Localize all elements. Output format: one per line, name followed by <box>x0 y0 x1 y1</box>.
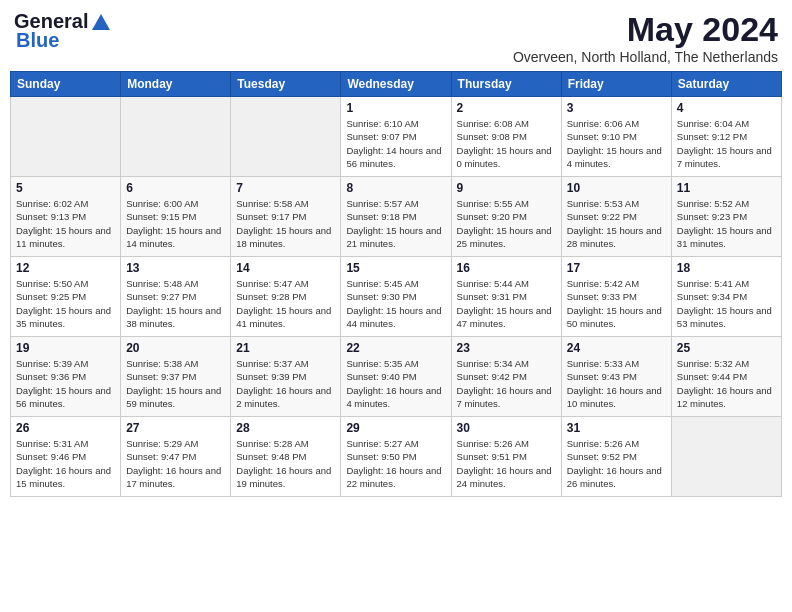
header-friday: Friday <box>561 72 671 97</box>
sunset-line: Sunset: 9:20 PM <box>457 210 556 223</box>
sunrise-line: Sunrise: 5:31 AM <box>16 437 115 450</box>
table-row: 30Sunrise: 5:26 AMSunset: 9:51 PMDayligh… <box>451 417 561 497</box>
table-row: 8Sunrise: 5:57 AMSunset: 9:18 PMDaylight… <box>341 177 451 257</box>
table-row: 10Sunrise: 5:53 AMSunset: 9:22 PMDayligh… <box>561 177 671 257</box>
sunset-line: Sunset: 9:31 PM <box>457 290 556 303</box>
sunset-line: Sunset: 9:44 PM <box>677 370 776 383</box>
sunrise-line: Sunrise: 5:27 AM <box>346 437 445 450</box>
logo-icon <box>90 12 112 32</box>
day-info: Sunrise: 5:57 AMSunset: 9:18 PMDaylight:… <box>346 197 445 250</box>
daylight-line: Daylight: 15 hours and 21 minutes. <box>346 224 445 251</box>
sunrise-line: Sunrise: 5:26 AM <box>457 437 556 450</box>
table-row: 26Sunrise: 5:31 AMSunset: 9:46 PMDayligh… <box>11 417 121 497</box>
sunset-line: Sunset: 9:47 PM <box>126 450 225 463</box>
sunrise-line: Sunrise: 5:44 AM <box>457 277 556 290</box>
sunset-line: Sunset: 9:36 PM <box>16 370 115 383</box>
header-monday: Monday <box>121 72 231 97</box>
table-row: 23Sunrise: 5:34 AMSunset: 9:42 PMDayligh… <box>451 337 561 417</box>
day-info: Sunrise: 5:45 AMSunset: 9:30 PMDaylight:… <box>346 277 445 330</box>
table-row: 25Sunrise: 5:32 AMSunset: 9:44 PMDayligh… <box>671 337 781 417</box>
sunset-line: Sunset: 9:43 PM <box>567 370 666 383</box>
daylight-line: Daylight: 16 hours and 17 minutes. <box>126 464 225 491</box>
day-number: 2 <box>457 101 556 115</box>
calendar-week-row: 26Sunrise: 5:31 AMSunset: 9:46 PMDayligh… <box>11 417 782 497</box>
day-info: Sunrise: 6:00 AMSunset: 9:15 PMDaylight:… <box>126 197 225 250</box>
sunrise-line: Sunrise: 6:00 AM <box>126 197 225 210</box>
table-row: 16Sunrise: 5:44 AMSunset: 9:31 PMDayligh… <box>451 257 561 337</box>
sunset-line: Sunset: 9:17 PM <box>236 210 335 223</box>
day-number: 10 <box>567 181 666 195</box>
day-info: Sunrise: 5:50 AMSunset: 9:25 PMDaylight:… <box>16 277 115 330</box>
sunrise-line: Sunrise: 5:37 AM <box>236 357 335 370</box>
day-info: Sunrise: 5:26 AMSunset: 9:51 PMDaylight:… <box>457 437 556 490</box>
calendar-week-row: 12Sunrise: 5:50 AMSunset: 9:25 PMDayligh… <box>11 257 782 337</box>
daylight-line: Daylight: 16 hours and 10 minutes. <box>567 384 666 411</box>
calendar-week-row: 1Sunrise: 6:10 AMSunset: 9:07 PMDaylight… <box>11 97 782 177</box>
sunrise-line: Sunrise: 5:50 AM <box>16 277 115 290</box>
table-row: 1Sunrise: 6:10 AMSunset: 9:07 PMDaylight… <box>341 97 451 177</box>
day-info: Sunrise: 5:29 AMSunset: 9:47 PMDaylight:… <box>126 437 225 490</box>
table-row <box>671 417 781 497</box>
table-row: 17Sunrise: 5:42 AMSunset: 9:33 PMDayligh… <box>561 257 671 337</box>
sunrise-line: Sunrise: 5:52 AM <box>677 197 776 210</box>
sunrise-line: Sunrise: 6:06 AM <box>567 117 666 130</box>
table-row: 13Sunrise: 5:48 AMSunset: 9:27 PMDayligh… <box>121 257 231 337</box>
daylight-line: Daylight: 15 hours and 31 minutes. <box>677 224 776 251</box>
sunrise-line: Sunrise: 5:34 AM <box>457 357 556 370</box>
day-info: Sunrise: 5:26 AMSunset: 9:52 PMDaylight:… <box>567 437 666 490</box>
day-info: Sunrise: 5:41 AMSunset: 9:34 PMDaylight:… <box>677 277 776 330</box>
sunset-line: Sunset: 9:08 PM <box>457 130 556 143</box>
day-number: 22 <box>346 341 445 355</box>
page-header: General Blue May 2024 Overveen, North Ho… <box>10 10 782 65</box>
day-info: Sunrise: 5:39 AMSunset: 9:36 PMDaylight:… <box>16 357 115 410</box>
day-number: 12 <box>16 261 115 275</box>
day-number: 17 <box>567 261 666 275</box>
daylight-line: Daylight: 16 hours and 4 minutes. <box>346 384 445 411</box>
sunrise-line: Sunrise: 6:02 AM <box>16 197 115 210</box>
day-info: Sunrise: 5:34 AMSunset: 9:42 PMDaylight:… <box>457 357 556 410</box>
daylight-line: Daylight: 15 hours and 4 minutes. <box>567 144 666 171</box>
sunset-line: Sunset: 9:39 PM <box>236 370 335 383</box>
table-row: 2Sunrise: 6:08 AMSunset: 9:08 PMDaylight… <box>451 97 561 177</box>
day-number: 3 <box>567 101 666 115</box>
calendar-week-row: 5Sunrise: 6:02 AMSunset: 9:13 PMDaylight… <box>11 177 782 257</box>
day-info: Sunrise: 5:28 AMSunset: 9:48 PMDaylight:… <box>236 437 335 490</box>
day-info: Sunrise: 5:53 AMSunset: 9:22 PMDaylight:… <box>567 197 666 250</box>
table-row: 9Sunrise: 5:55 AMSunset: 9:20 PMDaylight… <box>451 177 561 257</box>
day-number: 5 <box>16 181 115 195</box>
sunset-line: Sunset: 9:34 PM <box>677 290 776 303</box>
day-info: Sunrise: 6:06 AMSunset: 9:10 PMDaylight:… <box>567 117 666 170</box>
daylight-line: Daylight: 15 hours and 35 minutes. <box>16 304 115 331</box>
day-info: Sunrise: 6:02 AMSunset: 9:13 PMDaylight:… <box>16 197 115 250</box>
calendar-header-row: Sunday Monday Tuesday Wednesday Thursday… <box>11 72 782 97</box>
sunrise-line: Sunrise: 5:28 AM <box>236 437 335 450</box>
sunrise-line: Sunrise: 6:08 AM <box>457 117 556 130</box>
sunset-line: Sunset: 9:42 PM <box>457 370 556 383</box>
table-row: 4Sunrise: 6:04 AMSunset: 9:12 PMDaylight… <box>671 97 781 177</box>
table-row <box>11 97 121 177</box>
table-row: 27Sunrise: 5:29 AMSunset: 9:47 PMDayligh… <box>121 417 231 497</box>
daylight-line: Daylight: 15 hours and 25 minutes. <box>457 224 556 251</box>
sunset-line: Sunset: 9:48 PM <box>236 450 335 463</box>
header-sunday: Sunday <box>11 72 121 97</box>
sunrise-line: Sunrise: 5:33 AM <box>567 357 666 370</box>
daylight-line: Daylight: 15 hours and 41 minutes. <box>236 304 335 331</box>
svg-marker-0 <box>92 14 110 30</box>
table-row: 20Sunrise: 5:38 AMSunset: 9:37 PMDayligh… <box>121 337 231 417</box>
table-row <box>121 97 231 177</box>
sunset-line: Sunset: 9:33 PM <box>567 290 666 303</box>
sunrise-line: Sunrise: 5:57 AM <box>346 197 445 210</box>
calendar-table: Sunday Monday Tuesday Wednesday Thursday… <box>10 71 782 497</box>
table-row: 29Sunrise: 5:27 AMSunset: 9:50 PMDayligh… <box>341 417 451 497</box>
daylight-line: Daylight: 15 hours and 38 minutes. <box>126 304 225 331</box>
day-number: 7 <box>236 181 335 195</box>
daylight-line: Daylight: 16 hours and 26 minutes. <box>567 464 666 491</box>
header-tuesday: Tuesday <box>231 72 341 97</box>
daylight-line: Daylight: 15 hours and 18 minutes. <box>236 224 335 251</box>
day-info: Sunrise: 5:58 AMSunset: 9:17 PMDaylight:… <box>236 197 335 250</box>
sunrise-line: Sunrise: 5:42 AM <box>567 277 666 290</box>
day-info: Sunrise: 5:47 AMSunset: 9:28 PMDaylight:… <box>236 277 335 330</box>
sunset-line: Sunset: 9:27 PM <box>126 290 225 303</box>
table-row: 15Sunrise: 5:45 AMSunset: 9:30 PMDayligh… <box>341 257 451 337</box>
sunrise-line: Sunrise: 5:47 AM <box>236 277 335 290</box>
